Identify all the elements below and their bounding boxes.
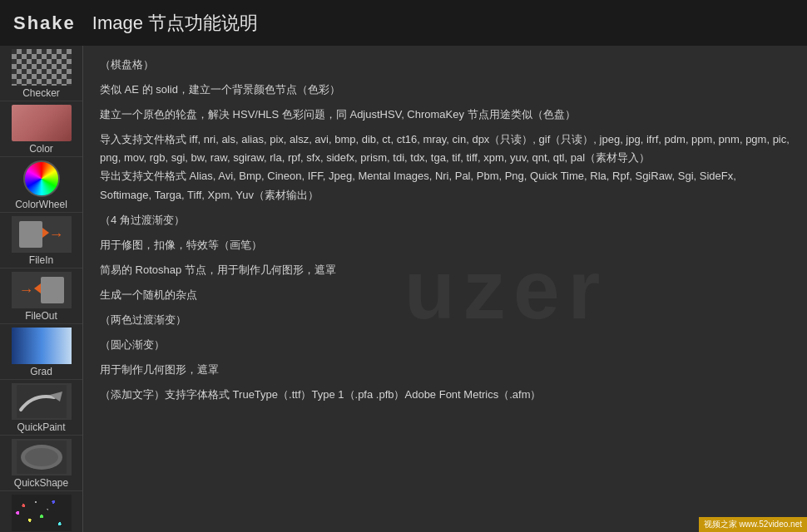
section-rand: 生成一个随机的杂点: [100, 286, 790, 304]
sidebar-item-filein[interactable]: → FileIn: [0, 213, 82, 268]
sidebar-item-checker[interactable]: Checker: [0, 46, 82, 101]
bottom-badge: 视频之家 www.52video.net: [699, 517, 807, 532]
grad-label: Grad: [30, 366, 52, 377]
colorwheel-label: ColorWheel: [15, 199, 67, 210]
rand-thumb: [12, 495, 72, 531]
quickpaint-label: QuickPaint: [17, 421, 65, 433]
sidebar-item-grad[interactable]: Grad: [0, 324, 82, 380]
quickshape-text: 简易的 Rotoshap 节点，用于制作几何图形，遮罩: [100, 261, 790, 279]
section-checker: （棋盘格）: [100, 56, 790, 74]
svg-rect-0: [17, 385, 67, 418]
section-colorwheel: 建立一个原色的轮盘，解决 HSV/HLS 色彩问题，同 AdjustHSV, C…: [100, 106, 790, 124]
checker-thumb: [12, 49, 72, 86]
quickshape-svg: [17, 441, 67, 474]
color-label: Color: [29, 143, 53, 155]
section-rgrad: （圆心渐变）: [100, 336, 790, 354]
quickpaint-text: 用于修图，扣像，特效等（画笔）: [100, 236, 790, 254]
main-area: Checker Color ColorWheel → FileIn: [0, 46, 807, 532]
fileout-text: 导出支持文件格式 Alias, Avi, Bmp, Cineon, IFF, J…: [100, 167, 790, 204]
section-filein: 导入支持文件格式 iff, nri, als, alias, pix, alsz…: [100, 131, 790, 204]
filein-text: 导入支持文件格式 iff, nri, als, alias, pix, alsz…: [100, 131, 790, 167]
filein-icon: [19, 221, 42, 248]
section-quickshape: 简易的 Rotoshap 节点，用于制作几何图形，遮罩: [100, 261, 790, 279]
section-color: 类似 AE 的 solid，建立一个背景颜色节点（色彩）: [100, 81, 790, 99]
sidebar-item-color[interactable]: Color: [0, 101, 82, 157]
checker-label: Checker: [22, 87, 60, 99]
text-text: （添加文字）支持字体格式 TrueType（.ttf）Type 1（.pfa .…: [100, 386, 790, 404]
color-thumb: [12, 105, 72, 141]
colorwheel-thumb: [12, 160, 72, 197]
filein-thumb: →: [12, 216, 72, 253]
badge-text: 视频之家 www.52video.net: [704, 520, 802, 529]
sidebar: Checker Color ColorWheel → FileIn: [0, 46, 83, 532]
section-grad: （4 角过渡渐变）: [100, 211, 790, 229]
rotoshape-text: 用于制作几何图形，遮罩: [100, 361, 790, 379]
color-text: 类似 AE 的 solid，建立一个背景颜色节点（色彩）: [100, 81, 790, 99]
quickshape-label: QuickShape: [14, 477, 68, 489]
quickpaint-svg: [17, 385, 67, 418]
page-title: Image 节点功能说明: [92, 11, 258, 36]
filein-label: FileIn: [29, 254, 53, 266]
svg-point-3: [25, 448, 58, 466]
content-area: uzer （棋盘格） 类似 AE 的 solid，建立一个背景颜色节点（色彩） …: [83, 46, 807, 532]
checker-text: （棋盘格）: [100, 56, 790, 74]
quickshape-thumb: [12, 439, 72, 475]
header: Shake Image 节点功能说明: [0, 0, 807, 46]
ramp-text: （两色过渡渐变）: [100, 311, 790, 329]
sidebar-item-rand[interactable]: Rand: [0, 491, 82, 532]
fileout-label: FileOut: [25, 310, 57, 322]
sidebar-item-quickshape[interactable]: QuickShape: [0, 436, 82, 491]
rand-text: 生成一个随机的杂点: [100, 286, 790, 304]
section-ramp: （两色过渡渐变）: [100, 311, 790, 329]
grad-text: （4 角过渡渐变）: [100, 211, 790, 229]
fileout-thumb: →: [12, 272, 72, 308]
sidebar-item-quickpaint[interactable]: QuickPaint: [0, 380, 82, 436]
colorwheel-text: 建立一个原色的轮盘，解决 HSV/HLS 色彩问题，同 AdjustHSV, C…: [100, 106, 790, 124]
app-name: Shake: [13, 12, 76, 34]
section-quickpaint: 用于修图，扣像，特效等（画笔）: [100, 236, 790, 254]
quickpaint-thumb: [12, 383, 72, 420]
colorwheel-circle: [23, 160, 60, 197]
section-rotoshape: 用于制作几何图形，遮罩: [100, 361, 790, 379]
sidebar-item-fileout[interactable]: → FileOut: [0, 268, 82, 324]
rgrad-text: （圆心渐变）: [100, 336, 790, 354]
sidebar-item-colorwheel[interactable]: ColorWheel: [0, 157, 82, 213]
fileout-icon: [41, 277, 64, 303]
grad-thumb: [12, 328, 72, 364]
section-text: （添加文字）支持字体格式 TrueType（.ttf）Type 1（.pfa .…: [100, 386, 790, 404]
